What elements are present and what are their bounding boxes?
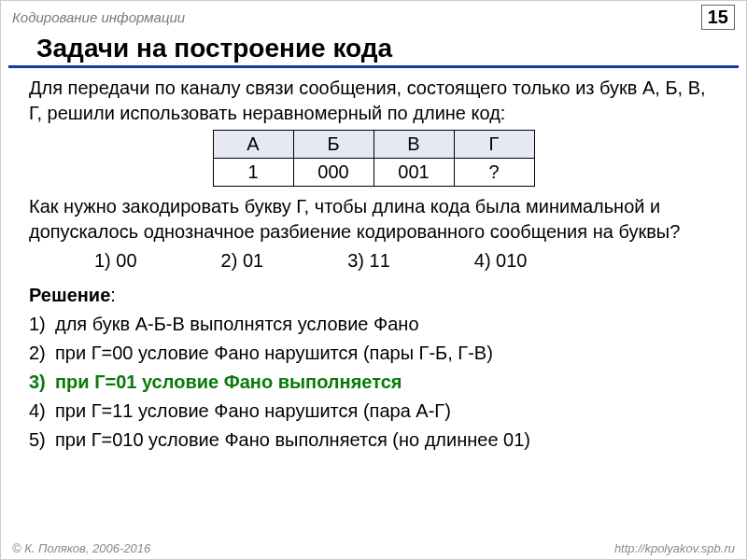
solution-label: Решение:	[29, 283, 718, 308]
footer-url: http://kpolyakov.spb.ru	[614, 541, 735, 555]
table-cell: 001	[374, 159, 454, 187]
topic-label: Кодирование информации	[12, 9, 185, 25]
copyright: © К. Поляков, 2006-2016	[12, 541, 150, 555]
header-bar: Кодирование информации 15	[1, 1, 746, 32]
option: 1) 00	[94, 248, 137, 273]
content: Для передачи по каналу связи сообщения, …	[1, 76, 746, 455]
solution-list: 1)для букв А-Б-В выполнятся условие Фано…	[29, 310, 718, 455]
table-header-row: А Б В Г	[213, 131, 534, 159]
table-value-row: 1 000 001 ?	[213, 159, 534, 187]
table-cell: ?	[454, 159, 534, 187]
footer: © К. Поляков, 2006-2016 http://kpolyakov…	[1, 541, 746, 555]
table-cell: 1	[213, 159, 293, 187]
list-item: 2)при Г=00 условие Фано нарушится (пары …	[29, 339, 718, 368]
question-paragraph: Как нужно закодировать букву Г, чтобы дл…	[29, 194, 718, 245]
list-item: 4)при Г=11 условие Фано нарушится (пара …	[29, 397, 718, 426]
table-header: Б	[293, 131, 374, 159]
option: 3) 11	[347, 248, 390, 273]
code-table: А Б В Г 1 000 001 ?	[213, 130, 535, 187]
intro-paragraph: Для передачи по каналу связи сообщения, …	[29, 76, 718, 126]
list-item: 5)при Г=010 условие Фано выполняется (но…	[29, 426, 718, 455]
table-header: В	[374, 131, 454, 159]
table-header: Г	[454, 131, 534, 159]
answer-options: 1) 00 2) 01 3) 11 4) 010	[29, 248, 718, 273]
page-number: 15	[701, 5, 735, 30]
table-cell: 000	[293, 159, 374, 187]
list-item-correct: 3)при Г=01 условие Фано выполняется	[29, 368, 718, 397]
page-title: Задачи на построение кода	[8, 32, 739, 68]
option: 2) 01	[221, 248, 264, 273]
table-header: А	[213, 131, 293, 159]
option: 4) 010	[474, 248, 528, 273]
list-item: 1)для букв А-Б-В выполнятся условие Фано	[29, 310, 718, 339]
